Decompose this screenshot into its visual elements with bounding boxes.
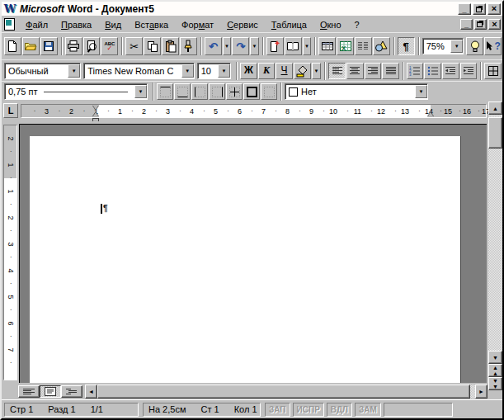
drawing-button[interactable] [373,37,390,55]
save-button[interactable] [40,37,58,55]
open-button[interactable] [22,37,40,55]
restore-document-button[interactable] [474,19,487,30]
vertical-scrollbar[interactable]: ▲ ▼ ▲▲ ▼▼ [488,101,502,390]
underline-button[interactable]: Ч [276,63,293,79]
highlight-dropdown-button[interactable]: ▼ [312,63,322,79]
vertical-scroll-thumb[interactable] [488,117,502,149]
font-size-combo[interactable]: 10 ▼ [197,63,231,79]
tip-wizard-button[interactable] [466,37,483,55]
increase-indent-button[interactable] [460,63,478,79]
menu-item[interactable]: Вставка [128,18,175,31]
horizontal-scrollbar[interactable]: ◄ ► [85,385,488,399]
ruler-number: 6 [4,310,16,337]
spelling-button[interactable]: ABC✓ [101,37,118,55]
menu-item[interactable]: ? [348,18,366,31]
address-dropdown-button[interactable]: ▼ [303,37,312,55]
document-page[interactable]: ¶ [30,136,461,383]
outline-view-button[interactable] [61,385,82,398]
align-left-button[interactable] [328,63,346,79]
vertical-ruler[interactable]: 21 1234567 [3,125,17,380]
horizontal-scroll-thumb[interactable] [97,385,470,399]
undo-button[interactable]: ↶ [205,37,222,55]
line-width-combo[interactable]: 0,75 пт ▼ [4,83,148,100]
paste-button[interactable] [162,37,179,55]
outside-border-button[interactable] [243,83,260,100]
menu-item[interactable]: Окно [313,18,348,31]
ruler-page-area: 1234567891011121314 [96,105,431,117]
menu-item[interactable]: Таблица [265,18,313,31]
menu-item[interactable]: Формат [175,18,220,31]
previous-page-button[interactable]: ▲▲ [488,364,502,377]
decrease-indent-button[interactable] [442,63,459,79]
ruler-number: 8 [263,105,287,117]
mode-indicator[interactable]: ЗАП [265,403,290,417]
highlight-button[interactable] [294,63,311,79]
minimize-document-button[interactable]: _ [460,19,473,30]
undo-dropdown-button[interactable]: ▼ [223,37,232,55]
align-right-icon [367,66,379,76]
autoformat-button[interactable] [266,37,284,55]
redo-button[interactable]: ↷ [232,37,249,55]
align-right-button[interactable] [365,63,382,79]
minimize-button[interactable]: _ [458,3,471,15]
scroll-right-button[interactable]: ► [475,385,488,399]
insert-excel-worksheet-button[interactable]: X [337,37,354,55]
menu-item[interactable]: Вид [98,18,128,31]
mode-indicator[interactable]: ЗАМ [355,403,381,417]
menu-item[interactable]: Сервис [220,18,265,31]
columns-button[interactable] [355,37,372,55]
excel-worksheet-icon: X [339,40,352,53]
address-book-button[interactable] [285,37,302,55]
tab-selector-button[interactable]: L [3,103,18,118]
print-preview-button[interactable] [83,37,101,55]
close-button[interactable]: × [488,3,501,15]
restore-button[interactable] [473,3,486,15]
dropdown-icon: ▼ [181,64,194,78]
top-border-button[interactable] [157,83,173,100]
style-combo[interactable]: Обычный ▼ [4,63,81,79]
left-border-button[interactable] [191,83,208,100]
bulleted-list-button[interactable] [424,63,441,79]
italic-button[interactable]: К [258,63,276,79]
redo-dropdown-button[interactable]: ▼ [250,37,259,55]
inside-borders-button[interactable] [226,83,243,100]
print-button[interactable] [65,37,82,55]
help-button[interactable]: ? [484,37,502,55]
font-combo[interactable]: Times New Roman C ▼ [83,63,194,79]
bottom-border-button[interactable] [174,83,191,100]
minimize-icon: _ [462,6,466,14]
menu-item[interactable]: Правка [54,18,98,31]
normal-view-button[interactable] [18,385,40,398]
no-border-button[interactable] [261,83,277,100]
menu-item[interactable]: Файл [19,18,54,31]
scroll-left-button[interactable]: ◄ [85,385,97,399]
align-center-button[interactable] [346,63,364,79]
first-line-indent-marker[interactable] [92,105,99,110]
justify-button[interactable] [382,63,399,79]
scroll-up-button[interactable]: ▲ [488,101,502,115]
close-document-button[interactable]: × [488,19,501,30]
show-paragraph-marks-button[interactable]: ¶ [398,37,415,55]
bold-button[interactable]: Ж [240,63,257,79]
dropdown-icon: ▼ [224,44,229,49]
insert-table-button[interactable] [318,37,336,55]
zoom-combo[interactable]: 75% ▼ [422,38,464,54]
vertical-scroll-track[interactable] [488,149,502,351]
hanging-indent-marker[interactable] [92,112,99,117]
page-layout-view-button[interactable] [40,385,61,398]
mode-indicator[interactable]: ИСПР [293,403,324,417]
scroll-down-button[interactable]: ▼ [488,351,502,364]
separator [403,62,404,80]
borders-toggle-button[interactable] [484,63,502,79]
style-value: Обычный [8,66,49,76]
numbered-list-button[interactable]: 123 [407,63,424,79]
cut-button[interactable]: ✂ [125,37,143,55]
right-border-button[interactable] [209,83,225,100]
horizontal-ruler[interactable]: 321 1234567891011121314 151617 [21,104,487,118]
format-painter-button[interactable] [180,37,197,55]
right-indent-marker[interactable] [427,112,434,117]
shading-combo[interactable]: Нет ▼ [285,83,428,100]
copy-button[interactable] [144,37,161,55]
new-document-button[interactable] [4,37,21,55]
mode-indicator[interactable]: ВДЛ [327,403,352,417]
